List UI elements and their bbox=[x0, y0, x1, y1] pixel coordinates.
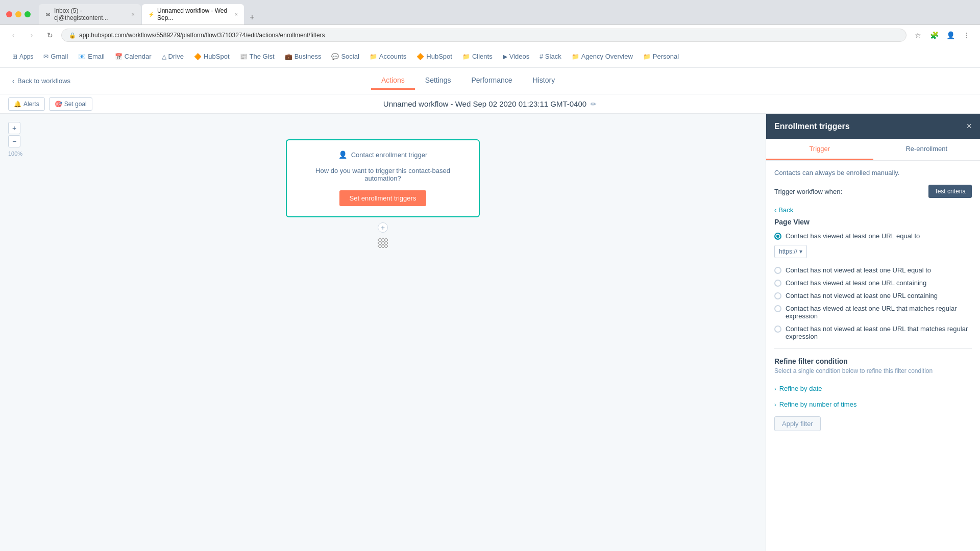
url-text: app.hubspot.com/workflows/5589279/platfo… bbox=[79, 32, 899, 39]
url-protocol-label: https:// bbox=[779, 248, 797, 255]
refine-times-arrow-icon: › bbox=[774, 402, 776, 408]
radio-label-2: Contact has viewed at least one URL cont… bbox=[786, 279, 926, 287]
extension-btn[interactable]: 🧩 bbox=[927, 28, 941, 42]
tab-gmail[interactable]: ✉ Inbox (5) - cj@thegistcontent... × bbox=[39, 4, 141, 24]
radio-label-5: Contact has not viewed at least one URL … bbox=[786, 325, 972, 340]
panel-header: Enrollment triggers × bbox=[766, 114, 980, 139]
nav-videos[interactable]: ▶ Videos bbox=[499, 51, 534, 62]
url-protocol-select[interactable]: https:// ▾ bbox=[774, 245, 807, 258]
url-input-row: https:// ▾ bbox=[774, 245, 972, 258]
radio-btn-0[interactable] bbox=[774, 233, 781, 240]
back-to-workflows-btn[interactable]: ‹ Back to workflows bbox=[12, 77, 70, 85]
trigger-card-body: 👤 Contact enrollment trigger How do you … bbox=[286, 139, 480, 217]
test-criteria-btn[interactable]: Test criteria bbox=[928, 185, 972, 198]
nav-drive-label: Drive bbox=[168, 53, 184, 60]
browser-titlebar: ✉ Inbox (5) - cj@thegistcontent... × ⚡ U… bbox=[0, 0, 980, 24]
tab-actions[interactable]: Actions bbox=[371, 72, 415, 90]
apply-filter-btn[interactable]: Apply filter bbox=[774, 416, 821, 431]
nav-thegist-label: The Gist bbox=[250, 53, 275, 60]
tab-gmail-close[interactable]: × bbox=[132, 11, 135, 17]
back-link[interactable]: ‹ Back bbox=[774, 206, 972, 214]
maximize-window-btn[interactable] bbox=[24, 11, 31, 17]
zoom-in-btn[interactable]: + bbox=[8, 122, 20, 134]
nav-business[interactable]: 💼 Business bbox=[281, 51, 326, 62]
nav-agency[interactable]: 📁 Agency Overview bbox=[568, 51, 637, 62]
browser-tabs: ✉ Inbox (5) - cj@thegistcontent... × ⚡ U… bbox=[39, 4, 259, 24]
add-step-btn[interactable]: + bbox=[378, 222, 388, 233]
tab-history[interactable]: History bbox=[523, 72, 566, 90]
workflow-canvas[interactable]: + − 100% 👤 Contact enrollment trigger Ho… bbox=[0, 114, 766, 551]
nav-email-label: Email bbox=[88, 53, 105, 60]
nav-accounts[interactable]: 📁 Accounts bbox=[365, 51, 410, 62]
nav-hubspot2[interactable]: 🔶 HubSpot bbox=[412, 51, 456, 62]
bookmark-btn[interactable]: ☆ bbox=[911, 28, 925, 42]
enrollment-triggers-panel: Enrollment triggers × Trigger Re-enrollm… bbox=[766, 114, 980, 551]
refresh-btn[interactable]: ↻ bbox=[43, 28, 57, 42]
refine-by-times-option[interactable]: › Refine by number of times bbox=[774, 396, 972, 412]
radio-btn-2[interactable] bbox=[774, 280, 781, 287]
nav-drive[interactable]: △ Drive bbox=[158, 51, 188, 62]
thegist-icon: 📰 bbox=[240, 53, 248, 60]
nav-personal-label: Personal bbox=[653, 53, 679, 60]
radio-btn-5[interactable] bbox=[774, 325, 781, 333]
nav-slack[interactable]: # Slack bbox=[535, 51, 565, 62]
nav-apps-btn[interactable]: ⊞ Apps bbox=[8, 51, 37, 62]
menu-btn[interactable]: ⋮ bbox=[960, 28, 974, 42]
tab-workflow[interactable]: ⚡ Unnamed workflow - Wed Sep... × bbox=[142, 4, 244, 24]
nav-email[interactable]: 📧 Email bbox=[74, 51, 109, 62]
window-controls bbox=[6, 11, 31, 17]
radio-btn-3[interactable] bbox=[774, 292, 781, 299]
workflow-favicon: ⚡ bbox=[148, 11, 154, 18]
nav-gmail[interactable]: ✉ Gmail bbox=[39, 51, 72, 62]
nav-clients[interactable]: 📁 Clients bbox=[458, 51, 497, 62]
refine-section-title: Refine filter condition bbox=[774, 357, 972, 365]
browser-actions: ☆ 🧩 👤 ⋮ bbox=[911, 28, 974, 42]
set-goal-btn[interactable]: 🎯 Set goal bbox=[49, 97, 92, 111]
back-nav-btn[interactable]: ‹ bbox=[6, 28, 20, 42]
tab-workflow-close[interactable]: × bbox=[235, 11, 238, 17]
browser-toolbar: ‹ › ↻ 🔒 app.hubspot.com/workflows/558927… bbox=[0, 24, 980, 45]
radio-label-1: Contact has not viewed at least one URL … bbox=[786, 266, 931, 274]
set-goal-label: Set goal bbox=[64, 101, 87, 108]
alerts-btn[interactable]: 🔔 Alerts bbox=[8, 97, 45, 111]
nav-calendar[interactable]: 📅 Calendar bbox=[111, 51, 156, 62]
radio-option-3[interactable]: Contact has not viewed at least one URL … bbox=[774, 292, 972, 299]
edit-title-icon[interactable]: ✏ bbox=[591, 100, 597, 108]
nav-social[interactable]: 💬 Social bbox=[327, 51, 363, 62]
refine-section-desc: Select a single condition below to refin… bbox=[774, 367, 972, 374]
radio-option-5[interactable]: Contact has not viewed at least one URL … bbox=[774, 325, 972, 340]
nav-thegist[interactable]: 📰 The Gist bbox=[236, 51, 279, 62]
radio-option-0[interactable]: Contact has viewed at least one URL equa… bbox=[774, 232, 972, 240]
minimize-window-btn[interactable] bbox=[15, 11, 21, 17]
back-link-label: Back bbox=[778, 206, 793, 214]
close-window-btn[interactable] bbox=[6, 11, 12, 17]
forward-nav-btn[interactable]: › bbox=[24, 28, 39, 42]
nav-calendar-label: Calendar bbox=[125, 53, 152, 60]
new-tab-btn[interactable]: + bbox=[245, 10, 259, 24]
url-bar[interactable]: 🔒 app.hubspot.com/workflows/5589279/plat… bbox=[61, 29, 906, 42]
set-enrollment-triggers-btn[interactable]: Set enrollment triggers bbox=[339, 190, 427, 206]
refine-times-label: Refine by number of times bbox=[779, 400, 857, 408]
nav-hubspot[interactable]: 🔶 HubSpot bbox=[190, 51, 234, 62]
slack-icon: # bbox=[540, 53, 543, 60]
zoom-out-btn[interactable]: − bbox=[8, 135, 20, 147]
nav-hubspot-label: HubSpot bbox=[204, 53, 230, 60]
tab-settings[interactable]: Settings bbox=[415, 72, 461, 90]
nav-social-label: Social bbox=[341, 53, 359, 60]
apps-grid-icon: ⊞ bbox=[12, 53, 17, 60]
tab-performance[interactable]: Performance bbox=[461, 72, 522, 90]
profile-btn[interactable]: 👤 bbox=[943, 28, 958, 42]
panel-tab-reenrollment[interactable]: Re-enrollment bbox=[873, 139, 981, 160]
radio-option-1[interactable]: Contact has not viewed at least one URL … bbox=[774, 266, 972, 274]
nav-personal[interactable]: 📁 Personal bbox=[639, 51, 683, 62]
refine-date-label: Refine by date bbox=[779, 385, 822, 392]
panel-close-btn[interactable]: × bbox=[966, 121, 972, 132]
panel-tab-trigger[interactable]: Trigger bbox=[766, 139, 873, 160]
refine-by-date-option[interactable]: › Refine by date bbox=[774, 381, 972, 396]
radio-btn-4[interactable] bbox=[774, 305, 781, 312]
radio-btn-1[interactable] bbox=[774, 267, 781, 274]
business-icon: 💼 bbox=[285, 53, 292, 60]
drive-icon: △ bbox=[162, 53, 166, 60]
radio-option-4[interactable]: Contact has viewed at least one URL that… bbox=[774, 305, 972, 320]
radio-option-2[interactable]: Contact has viewed at least one URL cont… bbox=[774, 279, 972, 287]
